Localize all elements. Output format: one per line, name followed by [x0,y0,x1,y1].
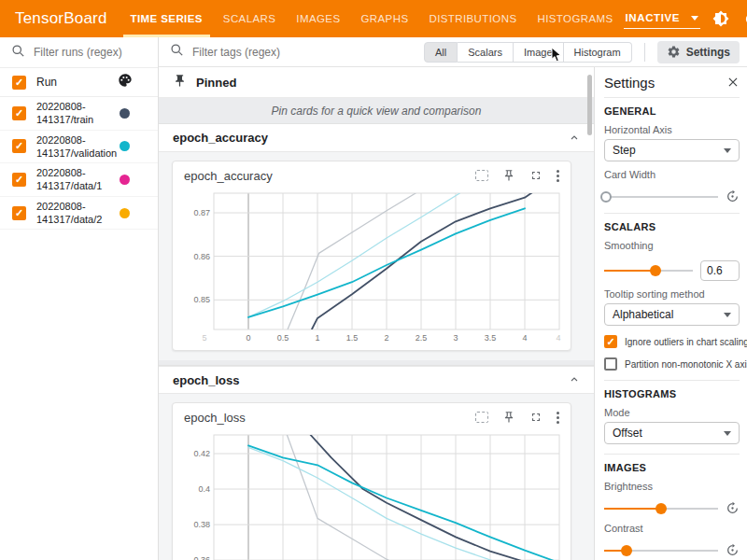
chevron-up-icon[interactable] [569,374,580,385]
histogram-mode-dropdown[interactable]: Offset [604,422,740,444]
run-name: 20220808-141317/data/1 [36,166,102,193]
svg-text:0.5: 0.5 [277,333,289,343]
svg-text:4: 4 [556,333,560,343]
run-row-train[interactable]: ✓ 20220808-141317/train [0,97,158,131]
tag-filter-input[interactable] [192,46,416,59]
header-actions: INACTIVE ? [624,8,747,29]
slider-thumb[interactable] [650,265,661,276]
pin-icon [173,74,187,91]
chevron-down-icon [724,148,731,153]
cards-scroll-area: Pinned Pin cards for a quick view and co… [159,67,594,560]
more-options-icon[interactable] [557,412,559,424]
run-row-data-1[interactable]: ✓ 20220808-141317/data/1 [0,163,158,197]
fullscreen-icon[interactable] [529,169,543,182]
main-row: Pinned Pin cards for a quick view and co… [159,67,747,560]
tab-scalars[interactable]: SCALARS [213,0,287,37]
refresh-icon[interactable] [742,10,747,28]
svg-text:2.5: 2.5 [416,333,428,343]
reset-icon[interactable] [726,189,740,203]
svg-text:5: 5 [202,333,206,343]
run-row-data-2[interactable]: ✓ 20220808-141317/data/2 [0,197,158,231]
run-checkbox[interactable]: ✓ [12,173,26,187]
filter-all-button[interactable]: All [424,42,458,63]
smoothing-value-input[interactable] [700,260,740,281]
partition-x-axis-checkbox[interactable]: ✓ [604,357,617,371]
search-icon [11,44,25,62]
tab-histograms[interactable]: HISTOGRAMS [527,0,623,37]
chevron-up-icon[interactable] [569,133,580,144]
selection-box-icon[interactable] [475,412,488,423]
pinned-title: Pinned [196,76,236,90]
svg-text:0: 0 [246,333,250,343]
slider-thumb[interactable] [600,191,612,203]
brightness-toggle-icon[interactable] [712,10,730,28]
tooltip-sort-dropdown[interactable]: Alphabetical [604,303,740,326]
svg-text:3: 3 [453,333,458,343]
svg-text:0.86: 0.86 [193,252,210,261]
settings-panel: Settings GENERAL Horizontal Axis Step Ca… [594,67,747,560]
tag-toolbar: All Scalars Image Histogram Settings [159,37,747,67]
epoch-accuracy-chart[interactable]: 0.850.860.8700.511.522.533.5454 [184,189,559,344]
close-icon[interactable] [726,76,740,89]
tensorboard-logo: TensorBoard [15,9,107,28]
pin-outline-icon[interactable] [502,169,515,182]
slider-thumb[interactable] [621,545,632,556]
ignore-outliers-checkbox[interactable]: ✓ [604,335,617,348]
svg-text:0.42: 0.42 [193,449,210,458]
brightness-slider[interactable] [604,503,718,514]
runs-sidebar: ✓ Run ✓ 20220808-141317/train ✓ 20220808… [0,37,159,560]
tag-filter [170,43,416,61]
horizontal-axis-dropdown[interactable]: Step [604,139,740,161]
tab-graphs[interactable]: GRAPHS [350,0,418,37]
filter-histogram-button[interactable]: Histogram [564,42,632,63]
svg-text:0.4: 0.4 [198,484,210,494]
run-color-dot [120,208,130,218]
card-zone: epoch_loss [159,394,594,560]
run-status-value: INACTIVE [626,12,680,23]
run-checkbox[interactable]: ✓ [12,139,26,153]
reset-icon[interactable] [726,501,740,515]
svg-text:3.5: 3.5 [485,333,497,343]
pin-outline-icon[interactable] [502,411,515,424]
main-column: All Scalars Image Histogram Settings Pin… [159,37,747,560]
gear-icon [667,45,681,59]
main-nav: TIME SERIES SCALARS IMAGES GRAPHS DISTRI… [120,0,624,37]
more-options-icon[interactable] [557,170,559,182]
svg-text:4: 4 [522,333,527,343]
slider-thumb[interactable] [655,503,667,514]
tab-images[interactable]: IMAGES [286,0,350,37]
tab-distributions[interactable]: DISTRIBUTIONS [418,0,527,37]
tab-time-series[interactable]: TIME SERIES [120,0,213,37]
run-name: 20220808-141317/train [36,100,93,127]
epoch-accuracy-card: epoch_accuracy [172,161,571,351]
section-header-epoch-accuracy[interactable]: epoch_accuracy [159,124,594,152]
card-zone: epoch_accuracy [159,152,594,360]
card-width-slider[interactable] [604,191,718,203]
svg-text:1: 1 [315,333,319,343]
run-checkbox[interactable]: ✓ [12,206,26,220]
chevron-down-icon [724,431,731,436]
epoch-loss-chart[interactable]: 0.360.380.40.42 [184,431,559,560]
section-header-epoch-loss[interactable]: epoch_loss [159,366,594,394]
reset-icon[interactable] [726,543,740,557]
smoothing-slider[interactable] [604,265,693,276]
filter-scalars-button[interactable]: Scalars [458,42,514,63]
contrast-slider[interactable] [604,545,718,556]
run-status-dropdown[interactable]: INACTIVE [624,8,700,29]
svg-text:0.38: 0.38 [193,520,210,529]
filter-image-button[interactable]: Image [514,42,564,63]
run-checkbox[interactable]: ✓ [12,106,26,120]
run-row-validation[interactable]: ✓ 20220808-141317/validation [0,131,158,164]
run-name: 20220808-141317/data/2 [36,200,102,227]
run-filter-input[interactable] [34,46,147,59]
select-all-runs-checkbox[interactable]: ✓ [12,76,26,90]
settings-button[interactable]: Settings [657,41,740,63]
chevron-down-icon [724,313,731,317]
content-area: ✓ Run ✓ 20220808-141317/train ✓ 20220808… [0,37,747,560]
run-filter [0,37,158,68]
selection-box-icon[interactable] [475,170,488,181]
vertical-scrollbar[interactable] [587,75,592,135]
fullscreen-icon[interactable] [529,411,543,424]
settings-group-general: GENERAL Horizontal Axis Step Card Width [604,98,740,214]
pinned-empty-message: Pin cards for a quick view and compariso… [159,98,594,124]
